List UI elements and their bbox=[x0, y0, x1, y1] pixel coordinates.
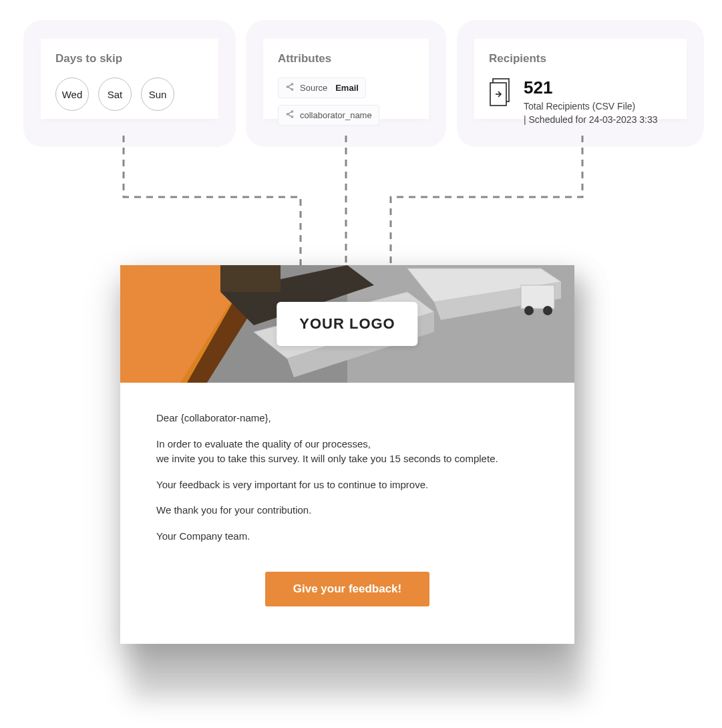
attributes-title: Attributes bbox=[278, 52, 414, 65]
svg-point-1 bbox=[287, 86, 288, 87]
day-chip-sat[interactable]: Sat bbox=[98, 77, 132, 111]
attribute-label: Source bbox=[300, 83, 327, 93]
recipients-line1: Total Recipients (CSV File) bbox=[524, 100, 658, 113]
share-icon bbox=[285, 82, 295, 94]
svg-line-3 bbox=[289, 85, 292, 87]
svg-point-0 bbox=[291, 83, 293, 85]
svg-line-9 bbox=[289, 115, 292, 117]
email-line: In order to evaluate the quality of our … bbox=[156, 438, 371, 449]
email-paragraph-1: In order to evaluate the quality of our … bbox=[156, 437, 538, 467]
svg-point-5 bbox=[291, 111, 293, 112]
svg-line-8 bbox=[289, 112, 292, 114]
attribute-chip-source[interactable]: Source Email bbox=[278, 77, 366, 98]
days-card: Days to skip Wed Sat Sun bbox=[41, 39, 218, 119]
email-paragraph-2: Your feedback is very important for us t… bbox=[156, 478, 538, 493]
email-line: we invite you to take this survey. It wi… bbox=[156, 453, 498, 464]
email-hero: YOUR LOGO bbox=[120, 265, 574, 383]
svg-rect-25 bbox=[521, 285, 554, 309]
email-paragraph-3: We thank you for your contribution. bbox=[156, 503, 538, 518]
svg-point-6 bbox=[287, 114, 288, 115]
recipients-panel: Recipients 521 Total Recipients (CSV Fil… bbox=[457, 20, 704, 147]
document-icon bbox=[489, 77, 512, 110]
svg-point-27 bbox=[543, 306, 552, 315]
recipients-title: Recipients bbox=[489, 52, 672, 65]
email-greeting: Dear {collaborator-name}, bbox=[156, 411, 538, 426]
share-icon bbox=[285, 110, 295, 121]
attribute-chip-collaborator[interactable]: collaborator_name bbox=[278, 105, 379, 126]
days-to-skip-panel: Days to skip Wed Sat Sun bbox=[23, 20, 236, 147]
svg-point-7 bbox=[291, 116, 293, 118]
attribute-label: collaborator_name bbox=[300, 110, 372, 120]
days-title: Days to skip bbox=[55, 52, 204, 65]
svg-point-2 bbox=[291, 89, 293, 90]
feedback-button[interactable]: Give your feedback! bbox=[265, 572, 430, 606]
svg-line-4 bbox=[289, 87, 292, 89]
svg-point-26 bbox=[524, 306, 534, 315]
day-chip-sun[interactable]: Sun bbox=[141, 77, 174, 111]
email-preview: YOUR LOGO Dear {collaborator-name}, In o… bbox=[120, 265, 574, 644]
recipients-card: Recipients 521 Total Recipients (CSV Fil… bbox=[474, 39, 687, 119]
attributes-panel: Attributes Source Email collaborator_nam… bbox=[246, 20, 446, 147]
day-chip-wed[interactable]: Wed bbox=[55, 77, 89, 111]
attribute-value: Email bbox=[335, 83, 359, 93]
recipients-count: 521 bbox=[524, 77, 658, 98]
email-signoff: Your Company team. bbox=[156, 529, 538, 544]
day-chip-row: Wed Sat Sun bbox=[55, 77, 204, 111]
email-body: Dear {collaborator-name}, In order to ev… bbox=[120, 383, 574, 644]
svg-rect-29 bbox=[220, 265, 281, 292]
recipients-line2: | Scheduled for 24-03-2023 3:33 bbox=[524, 113, 658, 126]
attributes-card: Attributes Source Email collaborator_nam… bbox=[263, 39, 429, 119]
logo-placeholder: YOUR LOGO bbox=[277, 302, 417, 346]
